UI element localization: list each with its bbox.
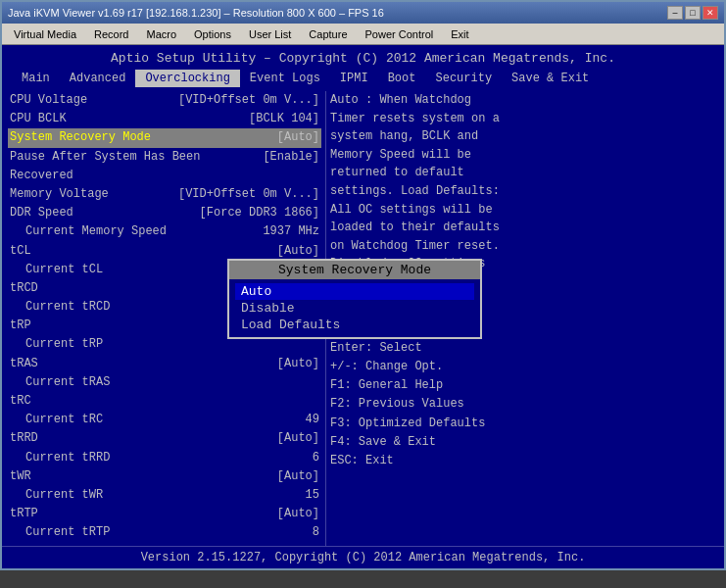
bios-nav-main[interactable]: Main xyxy=(12,70,60,87)
menu-item-power-control[interactable]: Power Control xyxy=(358,26,442,42)
help-line: Timer resets system on a xyxy=(330,110,714,128)
bios-row-label: Current tWR xyxy=(10,486,103,505)
menu-item-options[interactable]: Options xyxy=(186,26,239,42)
bios-row-value: 1937 MHz xyxy=(263,222,319,241)
dropdown-items: AutoDisableLoad Defaults xyxy=(229,279,480,337)
bios-row-label: tCL xyxy=(10,242,31,261)
title-bar-text: Java iKVM Viewer v1.69 r17 [192.168.1.23… xyxy=(8,7,384,19)
bios-body: CPU Voltage[VID+Offset 0m V...]CPU BCLK[… xyxy=(2,87,724,546)
title-bar-controls: – □ ✕ xyxy=(667,6,718,20)
dropdown-item[interactable]: Auto xyxy=(235,283,474,300)
bios-row-value: [Auto] xyxy=(277,429,319,448)
bios-row: tRC xyxy=(8,392,321,411)
bios-row-label: tWR xyxy=(10,467,31,486)
maximize-button[interactable]: □ xyxy=(685,6,701,20)
bios-row: Current tRC49 xyxy=(8,411,321,429)
bios-row-value: 15 xyxy=(306,486,319,505)
bios-row: CPU BCLK[BCLK 104] xyxy=(8,110,321,128)
bios-row-label: CPU Voltage xyxy=(10,91,87,110)
bios-row: Memory Voltage[VID+Offset 0m V...] xyxy=(8,185,321,204)
key-hint: F4: Save & Exit xyxy=(330,433,714,452)
bios-row: tWR[Auto] xyxy=(8,467,321,486)
menu-item-macro[interactable]: Macro xyxy=(138,26,184,42)
bios-row: DDR Speed[Force DDR3 1866] xyxy=(8,204,321,222)
bios-row: tRTP[Auto] xyxy=(8,505,321,523)
menu-item-record[interactable]: Record xyxy=(86,26,136,42)
bios-row-value: [Auto] xyxy=(277,242,319,261)
bios-row-label: DDR Speed xyxy=(10,204,73,222)
bios-row: Pause After System Has Been Recovered[En… xyxy=(8,148,321,185)
bios-row-label: Current tRP xyxy=(10,335,103,354)
bios-row-value: [Enable] xyxy=(263,148,319,185)
bios-row: tRAS[Auto] xyxy=(8,355,321,373)
bios-row-value: [Auto] xyxy=(277,505,319,523)
bios-row-value: [Auto] xyxy=(277,128,319,147)
bios-row-label: Current tRAS xyxy=(10,373,110,392)
bios-row-label: tRCD xyxy=(10,279,38,298)
bios-row-label: Memory Voltage xyxy=(10,185,109,204)
bios-nav-overclocking[interactable]: Overclocking xyxy=(135,70,239,87)
bios-row-label: tRC xyxy=(10,392,31,411)
bios-row-label: Current tCL xyxy=(10,261,103,279)
minimize-button[interactable]: – xyxy=(667,6,683,20)
bios-row-label: tRAS xyxy=(10,355,38,373)
menu-item-exit[interactable]: Exit xyxy=(443,26,476,42)
bios-nav-security[interactable]: Security xyxy=(425,70,502,87)
bios-row-label: CPU BCLK xyxy=(10,110,67,128)
bios-row-label: tRRD xyxy=(10,429,38,448)
close-button[interactable]: ✕ xyxy=(702,6,718,20)
help-line: settings. Load Defaults: xyxy=(330,182,714,201)
bios-nav-save-&-exit[interactable]: Save & Exit xyxy=(502,70,599,87)
menu-item-capture[interactable]: Capture xyxy=(301,26,355,42)
bios-row-value: [BCLK 104] xyxy=(249,110,319,128)
help-line: loaded to their defaults xyxy=(330,219,714,237)
bios-nav-boot[interactable]: Boot xyxy=(378,70,426,87)
help-line: Auto : When Watchdog xyxy=(330,91,714,110)
bios-nav-ipmi[interactable]: IPMI xyxy=(330,70,378,87)
menu-item-user-list[interactable]: User List xyxy=(241,26,299,42)
bios-row: Current tRAS xyxy=(8,373,321,392)
bios-row-value: [VID+Offset 0m V...] xyxy=(178,185,319,204)
bios-row-label: Current tRC xyxy=(10,411,103,429)
key-hint: F1: General Help xyxy=(330,376,714,395)
key-hint: +/-: Change Opt. xyxy=(330,358,714,376)
bios-row-value: [Force DDR3 1866] xyxy=(200,204,319,222)
bios-row-value: [VID+Offset 0m V...] xyxy=(178,91,319,110)
menu-bar: Virtual MediaRecordMacroOptionsUser List… xyxy=(2,24,724,45)
bios-row-label: Current tRCD xyxy=(10,298,110,317)
dropdown-title: System Recovery Mode xyxy=(229,261,480,279)
dropdown-item[interactable]: Disable xyxy=(235,300,474,317)
bios-row: CPU Voltage[VID+Offset 0m V...] xyxy=(8,91,321,110)
key-hint: ESC: Exit xyxy=(330,452,714,470)
help-line: system hang, BCLK and xyxy=(330,127,714,146)
dropdown-item[interactable]: Load Defaults xyxy=(235,317,474,333)
dropdown-popup: System Recovery Mode AutoDisableLoad Def… xyxy=(227,259,482,339)
bios-nav: MainAdvancedOverclockingEvent LogsIPMIBo… xyxy=(2,70,724,87)
bios-row: Current tRRD6 xyxy=(8,449,321,467)
bios-row: tCL[Auto] xyxy=(8,242,321,261)
help-line: Memory Speed will be xyxy=(330,146,714,165)
title-bar: Java iKVM Viewer v1.69 r17 [192.168.1.23… xyxy=(2,2,724,24)
help-line: All OC settings will be xyxy=(330,201,714,220)
key-hint: F2: Previous Values xyxy=(330,395,714,414)
bios-nav-event-logs[interactable]: Event Logs xyxy=(240,70,330,87)
key-hint: Enter: Select xyxy=(330,339,714,358)
bios-row-label: Pause After System Has Been Recovered xyxy=(10,148,263,185)
bios-row-label: Current tRTP xyxy=(10,523,110,542)
bios-row-value: 49 xyxy=(306,411,319,429)
bios-row-label: tRTP xyxy=(10,505,38,523)
bios-header: Aptio Setup Utility – Copyright (C) 2012… xyxy=(2,45,724,70)
bios-nav-advanced[interactable]: Advanced xyxy=(60,70,136,87)
bios-row-value: 6 xyxy=(313,449,319,467)
bios-row-value: [Auto] xyxy=(277,355,319,373)
bios-area: Aptio Setup Utility – Copyright (C) 2012… xyxy=(2,45,724,568)
bios-row: System Recovery Mode[Auto] xyxy=(8,128,321,147)
bios-row: Current tWR15 xyxy=(8,486,321,505)
bios-row-value: 8 xyxy=(313,523,319,542)
help-line: on Watchdog Timer reset. xyxy=(330,237,714,256)
menu-item-virtual-media[interactable]: Virtual Media xyxy=(6,26,84,42)
bios-row-label: tRP xyxy=(10,317,31,335)
bios-row: Current Memory Speed1937 MHz xyxy=(8,222,321,241)
bios-row-value: [Auto] xyxy=(277,467,319,486)
key-hint: F3: Optimized Defaults xyxy=(330,415,714,433)
